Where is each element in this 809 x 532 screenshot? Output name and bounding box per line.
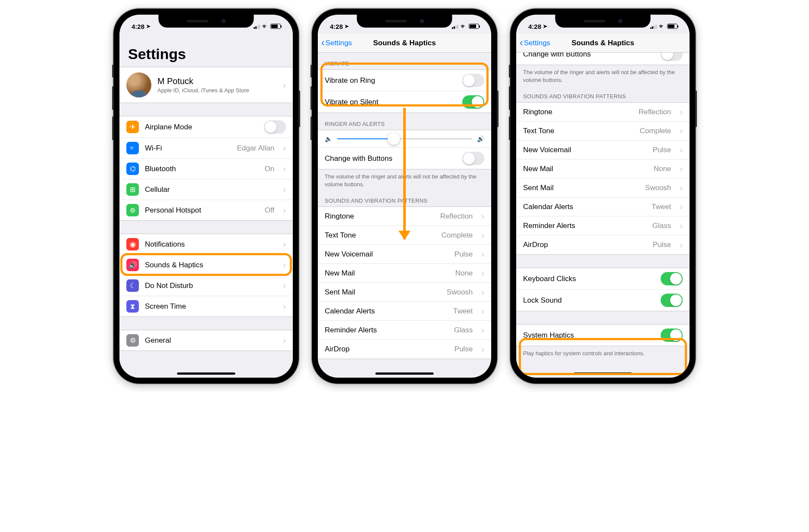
hotspot-icon: ⊚ bbox=[126, 204, 139, 216]
sound-pattern-row[interactable]: Calendar Alerts Tweet › bbox=[318, 302, 491, 321]
battery-icon bbox=[270, 24, 281, 29]
settings-row[interactable]: ◉ Notifications› bbox=[119, 234, 293, 255]
system-haptics-row[interactable]: System Haptics bbox=[516, 325, 690, 346]
detail-value: Edgar Allan bbox=[237, 144, 274, 153]
row-label: Sounds & Haptics bbox=[145, 261, 268, 269]
settings-row[interactable]: 🔊 Sounds & Haptics› bbox=[119, 255, 293, 275]
detail-value: Tweet bbox=[453, 307, 473, 316]
home-indicator[interactable] bbox=[574, 372, 632, 375]
ringer-footer: The volume of the ringer and alerts will… bbox=[516, 65, 690, 85]
change-with-buttons-toggle[interactable] bbox=[661, 53, 683, 61]
home-indicator[interactable] bbox=[177, 372, 235, 375]
sound-pattern-row[interactable]: Reminder Alerts Glass › bbox=[318, 321, 491, 340]
toggle[interactable] bbox=[661, 294, 683, 307]
row-label: New Mail bbox=[325, 269, 449, 278]
sound-pattern-row[interactable]: AirDrop Pulse › bbox=[516, 235, 690, 254]
toggle[interactable] bbox=[264, 120, 286, 134]
settings-row[interactable]: ⌬ BluetoothOn› bbox=[119, 159, 293, 179]
sound-pattern-row[interactable]: Calendar Alerts Tweet › bbox=[516, 197, 690, 216]
row-label: Screen Time bbox=[145, 302, 268, 311]
home-indicator[interactable] bbox=[376, 372, 434, 375]
toggle[interactable] bbox=[462, 95, 484, 109]
speaker-high-icon: 🔊 bbox=[477, 135, 484, 142]
row-label: Calendar Alerts bbox=[325, 307, 447, 316]
change-with-buttons-toggle[interactable] bbox=[462, 152, 484, 165]
sound-pattern-row[interactable]: Sent Mail Swoosh › bbox=[318, 283, 491, 302]
system-haptics-toggle[interactable] bbox=[661, 329, 683, 342]
row-label: Sent Mail bbox=[523, 184, 639, 192]
sound-pattern-row[interactable]: New Mail None › bbox=[318, 264, 491, 283]
sound-pattern-row[interactable]: Ringtone Reflection › bbox=[516, 103, 690, 122]
location-icon: ➤ bbox=[345, 23, 349, 29]
row-label: Wi-Fi bbox=[145, 144, 231, 153]
cellular-icon: ⊞ bbox=[126, 183, 139, 196]
detail-value: Pulse bbox=[455, 250, 473, 259]
patterns-group: Ringtone Reflection ›Text Tone Complete … bbox=[516, 102, 690, 255]
toggle[interactable] bbox=[462, 74, 484, 87]
dnd-icon: ☾ bbox=[126, 279, 139, 292]
settings-row[interactable]: ⚙ General› bbox=[119, 330, 293, 350]
vibrate-group: Vibrate on Ring Vibrate on Silent bbox=[318, 69, 491, 113]
settings-row[interactable]: ᯤ Wi-FiEdgar Allan› bbox=[119, 138, 293, 159]
vibrate-header: VIBRATE bbox=[318, 53, 491, 69]
chevron-left-icon: ‹ bbox=[321, 38, 325, 48]
detail-value: Reflection bbox=[440, 212, 473, 221]
detail-value: On bbox=[265, 165, 275, 173]
settings-row[interactable]: ☾ Do Not Disturb› bbox=[119, 275, 293, 296]
chevron-right-icon: › bbox=[680, 221, 683, 231]
chevron-right-icon: › bbox=[283, 281, 286, 291]
chevron-right-icon: › bbox=[283, 335, 286, 345]
settings-row[interactable]: ✈ Airplane Mode bbox=[119, 116, 293, 138]
scroll-arrow-icon bbox=[403, 108, 406, 239]
alerts-group: ◉ Notifications›🔊 Sounds & Haptics›☾ Do … bbox=[119, 234, 293, 317]
chevron-right-icon: › bbox=[481, 306, 484, 316]
screentime-icon: ⧗ bbox=[126, 300, 139, 313]
sound-pattern-row[interactable]: New Voicemail Pulse › bbox=[318, 245, 491, 264]
avatar bbox=[126, 72, 151, 97]
speaker-low-icon: 🔈 bbox=[325, 135, 332, 142]
sound-pattern-row[interactable]: New Mail None › bbox=[516, 160, 690, 178]
detail-value: Pulse bbox=[653, 241, 671, 249]
detail-value: Reflection bbox=[639, 108, 671, 116]
toggle-row[interactable]: Vibrate on Ring bbox=[318, 70, 491, 91]
clock: 4:28 bbox=[132, 23, 144, 30]
chevron-right-icon: › bbox=[481, 344, 484, 354]
patterns-header: SOUNDS AND VIBRATION PATTERNS bbox=[516, 85, 690, 102]
row-label: Bluetooth bbox=[145, 165, 259, 173]
sound-pattern-row[interactable]: Sent Mail Swoosh › bbox=[516, 178, 690, 197]
settings-row[interactable]: ⊞ Cellular› bbox=[119, 179, 293, 200]
back-button[interactable]: ‹Settings bbox=[321, 38, 352, 48]
nav-bar: ‹Settings Sounds & Haptics bbox=[516, 34, 690, 53]
chevron-right-icon: › bbox=[680, 183, 683, 193]
chevron-right-icon: › bbox=[481, 268, 484, 278]
sound-pattern-row[interactable]: Reminder Alerts Glass › bbox=[516, 216, 690, 235]
detail-value: Off bbox=[265, 206, 274, 215]
sound-pattern-row[interactable]: Text Tone Complete › bbox=[516, 122, 690, 141]
back-button[interactable]: ‹Settings bbox=[520, 38, 550, 48]
toggle-row[interactable]: Keyboard Clicks bbox=[516, 268, 690, 290]
sounds-icon: 🔊 bbox=[126, 259, 139, 271]
general-group: ⚙ General› bbox=[119, 330, 293, 351]
chevron-right-icon: › bbox=[481, 249, 484, 259]
sound-pattern-row[interactable]: AirDrop Pulse › bbox=[318, 340, 491, 359]
settings-row[interactable]: ⧗ Screen Time› bbox=[119, 296, 293, 316]
chevron-right-icon: › bbox=[481, 211, 484, 221]
toggle-row[interactable]: Lock Sound bbox=[516, 290, 690, 311]
row-label: Do Not Disturb bbox=[145, 282, 268, 290]
apple-id-row[interactable]: M Potuck Apple ID, iCloud, iTunes & App … bbox=[119, 67, 293, 103]
row-label: Reminder Alerts bbox=[325, 326, 448, 335]
chevron-right-icon: › bbox=[283, 239, 286, 249]
row-label: Sent Mail bbox=[325, 288, 441, 297]
general-icon: ⚙ bbox=[126, 334, 139, 347]
chevron-right-icon: › bbox=[283, 205, 286, 215]
detail-value: Pulse bbox=[455, 345, 473, 354]
sound-pattern-row[interactable]: New Voicemail Pulse › bbox=[516, 141, 690, 160]
detail-value: Swoosh bbox=[447, 288, 473, 297]
detail-value: Swoosh bbox=[645, 184, 671, 192]
toggle[interactable] bbox=[661, 272, 683, 285]
detail-value: Glass bbox=[652, 222, 671, 230]
nav-bar: ‹Settings Sounds & Haptics bbox=[318, 34, 491, 53]
settings-row[interactable]: ⊚ Personal HotspotOff› bbox=[119, 200, 293, 220]
change-with-buttons-row[interactable]: Change with Buttons bbox=[516, 53, 690, 65]
chevron-right-icon: › bbox=[283, 185, 286, 194]
